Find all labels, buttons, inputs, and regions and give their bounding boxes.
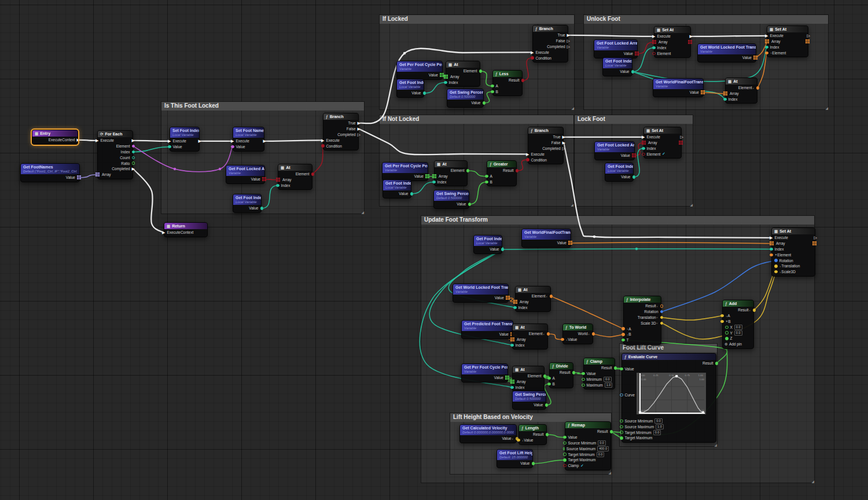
pin-gfi_unlock-value-out[interactable] — [631, 70, 635, 73]
comment-title-foot-lift-curve[interactable]: Foot Lift Curve — [620, 344, 717, 352]
pin-remap-target-maximum-in[interactable] — [563, 458, 567, 462]
pin-foreach-execute-out[interactable]: ▶ — [132, 138, 135, 143]
pin-at_inl-index-in[interactable] — [432, 181, 436, 184]
pin-setat_unlock1-execute-in[interactable]: ▶ — [652, 34, 655, 39]
node-gpfcp_upd[interactable]: Get Per Foot Cycle PercentVariableValue — [461, 363, 508, 383]
pin-branch_is-condition-in[interactable] — [321, 144, 325, 148]
pin-gfi_lock-value-out[interactable] — [632, 175, 636, 179]
node-set_foot_index[interactable]: Set Foot IndexLocal Variable▶Execute▶Val… — [170, 127, 200, 152]
node-gfla_is[interactable]: Get Foot Locked ArrayVariableValue — [226, 165, 265, 184]
pin-interpolate-a-in[interactable] — [621, 327, 625, 330]
pin-gfla_is-value-out[interactable] — [262, 177, 267, 182]
pin-to_world-value-in[interactable] — [561, 338, 564, 341]
pin-remap-clamp-in[interactable] — [563, 464, 567, 468]
pin-branch_iflocked-condition-in[interactable] — [531, 56, 534, 60]
pin-branch_ifnot-completed-out[interactable]: ▷ — [562, 146, 565, 151]
pin-gfi_upd-value-out[interactable] — [501, 248, 505, 251]
node-gfla_lock[interactable]: Get Foot Locked ArrayVariableValue — [594, 141, 635, 160]
node-set_foot_name[interactable]: Set Foot NameLocal Variable▶Execute▶Valu… — [233, 127, 264, 152]
node-setat_unlock2[interactable]: ▦Set At▶Execute▷ArrayIndex›Element — [767, 25, 808, 57]
value-input[interactable]: 1.0 — [605, 383, 613, 388]
pin-set_foot_index-value-in[interactable] — [168, 145, 171, 149]
pin-setat_unlock2-execute-out[interactable]: ▷ — [807, 33, 810, 38]
pin-setat_lock-execute-in[interactable]: ▶ — [642, 134, 645, 139]
node-at_unlock[interactable]: ▦AtElement‹ArrayIndex — [725, 78, 757, 104]
node-gfi_lock[interactable]: Get Foot IndexLocal VariableValue — [605, 163, 634, 182]
pin-gfi_is-value-out[interactable] — [260, 207, 264, 210]
comment-title-unlock-foot[interactable]: Unlock Foot — [584, 15, 828, 24]
value-input[interactable]: 0.0 — [734, 330, 742, 336]
pin-setat_unlock2-element-in[interactable] — [765, 52, 768, 55]
pin-less-result-out[interactable] — [521, 79, 525, 82]
pin-at_il-element-out[interactable] — [479, 69, 483, 73]
node-gpred[interactable]: Get Predicted Foot TransformsVariableVal… — [461, 320, 513, 339]
pin-at_wl-index-in[interactable] — [513, 306, 517, 310]
value-input[interactable]: 400.0 — [597, 446, 609, 451]
node-gwfft_unlock[interactable]: Get WorldFinalFootTransformsVariableValu… — [653, 78, 704, 97]
pin-gsp_il-value-out[interactable] — [483, 101, 486, 105]
pin-add-a-in[interactable] — [720, 314, 724, 318]
pin-at_il-array-in[interactable] — [444, 75, 448, 79]
pin-foreach-index-out[interactable] — [132, 150, 135, 154]
pin-at_unlock-index-in[interactable] — [723, 98, 727, 101]
node-gcv[interactable]: Get Calculated VelocityDefault 0.000000,… — [459, 424, 517, 443]
pin-divide-result-out[interactable] — [572, 371, 576, 374]
pin-gfla_unlock-value-out[interactable] — [635, 52, 639, 56]
expand-icon[interactable]: › — [627, 327, 628, 330]
pin-entry-executecontext-out[interactable]: ▶ — [77, 137, 80, 142]
node-greater[interactable]: ƒGreaterResultAB — [487, 160, 517, 186]
pin-branch_iflocked-completed-out[interactable]: ▷ — [567, 44, 570, 49]
pin-add-b-in[interactable] — [720, 320, 724, 323]
expand-icon[interactable]: › — [780, 264, 781, 268]
pin-setat_unlock2-array-in[interactable] — [765, 39, 770, 44]
pin-branch_iflocked-false-out[interactable]: ▷ — [567, 38, 570, 43]
node-interpolate[interactable]: ƒInterpolateResult‹RotationTranslation‹S… — [623, 296, 661, 345]
comment-title-lift-height-velocity[interactable]: Lift Height Based on Velocity — [450, 413, 611, 422]
pin-clamp-maximum-in[interactable] — [582, 384, 585, 387]
node-gsp_upd[interactable]: Get Swing PercentDefault 0.500000Value — [512, 391, 546, 410]
pin-gfla_lock-value-out[interactable] — [632, 153, 637, 158]
node-gpfcp_inl[interactable]: Get Per Foot Cycle PercentVariableValue — [382, 162, 428, 181]
node-gwlft_unlock[interactable]: Get World Locked Foot TransformsVariable… — [697, 43, 756, 62]
node-remap[interactable]: ƒRemapResultValueSource Minimum0.0Source… — [565, 421, 611, 470]
pin-setat_update-execute-in[interactable]: ▶ — [770, 235, 773, 240]
pin-branch_is-execute-in[interactable]: ▶ — [321, 138, 324, 143]
pin-at_wl-element-out[interactable] — [550, 295, 553, 298]
pin-gpfcp_inl-value-out[interactable] — [425, 174, 430, 179]
pin-at_pred-array-in[interactable] — [510, 337, 515, 342]
pin-clamp-minimum-in[interactable] — [582, 378, 585, 381]
node-at_inl[interactable]: ▦AtElementArrayIndex — [434, 160, 468, 186]
node-gfi_upd[interactable]: Get Foot IndexLocal VariableValue — [473, 235, 502, 254]
pin-gflh-value-out[interactable] — [532, 462, 535, 465]
node-at_il[interactable]: ▦AtElementArrayIndex — [446, 61, 480, 87]
pin-evaluate_curve-target-minimum-in[interactable] — [620, 431, 623, 434]
pin-evaluate_curve-source-minimum-in[interactable] — [620, 420, 623, 423]
pin-remap-target-minimum-in[interactable] — [563, 453, 567, 456]
pin-setat_unlock2-execute-in[interactable]: ▶ — [765, 33, 768, 38]
value-input[interactable]: 1.0 — [656, 424, 664, 429]
pin-gwlft_upd-value-out[interactable] — [506, 296, 510, 300]
pin-branch_ifnot-condition-in[interactable] — [526, 158, 529, 161]
pin-branch_is-false-out[interactable]: ▶ — [358, 126, 361, 131]
node-branch_iflocked[interactable]: ƒBranchTrue▶False▷Completed▷▶ExecuteCond… — [532, 25, 568, 62]
node-entry[interactable]: ▦EntryExecuteContext▶ — [32, 130, 78, 145]
pin-evaluate_curve-source-maximum-in[interactable] — [620, 425, 623, 429]
node-evaluate_curve[interactable]: ƒEvaluate CurveResultValueCurve0.000.250… — [621, 353, 716, 443]
pin-less-a-in[interactable] — [491, 84, 494, 88]
pin-remap-source-maximum-in[interactable] — [563, 447, 565, 451]
pin-interpolate-t-in[interactable] — [621, 339, 625, 342]
pin-set_foot_name-value-in[interactable] — [231, 145, 234, 149]
pin-foreach-count-out[interactable] — [132, 156, 135, 160]
node-gfi_inl[interactable]: Get Foot IndexLocal VariableValue — [382, 179, 411, 198]
node-add[interactable]: ƒAddResult‹›A▾BX0.0Y0.0Z⊕Add pin — [722, 300, 754, 349]
pin-add-x-in[interactable] — [725, 326, 729, 329]
pin-setat_update-translation-in[interactable] — [774, 264, 778, 268]
expand-icon[interactable]: › — [726, 314, 727, 318]
pin-at_is-index-in[interactable] — [276, 184, 279, 188]
pin-gpfcp_upd-value-out[interactable] — [505, 376, 510, 380]
comment-title-update-foot-transform[interactable]: Update Foot Transform — [421, 216, 814, 225]
pin-branch_ifnot-false-out[interactable]: ▶ — [562, 140, 565, 145]
comment-title-if-locked[interactable]: If Locked — [380, 15, 574, 24]
node-at_pfcp[interactable]: ▦AtElementArrayIndex — [512, 366, 545, 392]
node-less[interactable]: ƒLessResultAB — [492, 70, 523, 96]
